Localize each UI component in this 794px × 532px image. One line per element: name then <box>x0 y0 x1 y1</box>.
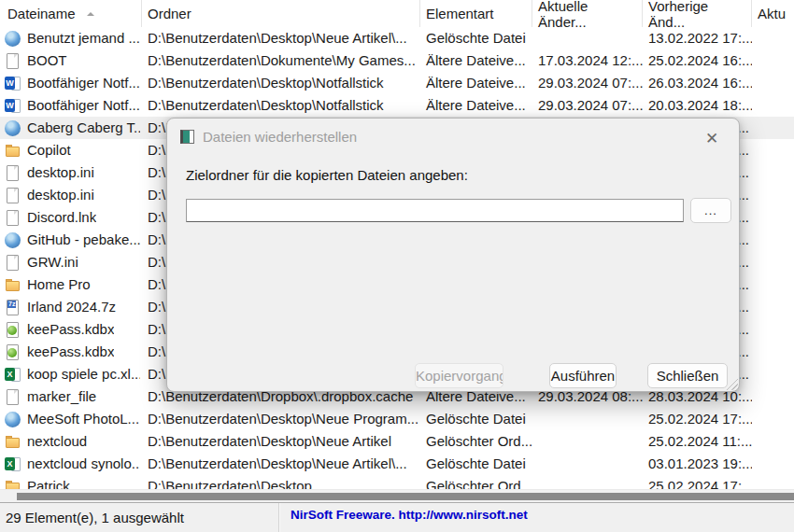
file-name-cell: Patrick <box>0 475 142 489</box>
nirsoft-link[interactable]: NirSoft Freeware. http://www.nirsoft.net <box>279 503 528 532</box>
folder-path: D:\Benutzerdaten\Desktop\Notfallstick <box>142 94 420 117</box>
extra-cell <box>752 206 794 229</box>
file-name-cell: Bootfähiger Notf... <box>0 72 142 94</box>
extra-cell <box>752 296 794 318</box>
table-row[interactable]: Bootfähiger Notf...D:\Benutzerdaten\Desk… <box>0 94 794 117</box>
file-name-cell: nextcloud <box>0 430 142 453</box>
column-label: Aktu <box>758 6 786 21</box>
extra-cell <box>752 318 794 341</box>
table-row[interactable]: nextcloud synolo...D:\Benutzerdaten\Desk… <box>0 453 794 475</box>
file-icon <box>5 389 21 405</box>
app-window: DateinameOrdnerElementartAktuelle Änder.… <box>0 0 794 532</box>
globe-icon <box>5 412 21 427</box>
excel-icon <box>5 367 21 383</box>
file-name: Discord.lnk <box>27 206 96 229</box>
folder-icon <box>5 143 21 159</box>
file-name-cell: GRW.ini <box>0 251 142 273</box>
extra-cell <box>752 184 794 206</box>
file-name: GitHub - pebake... <box>27 229 140 251</box>
target-folder-input[interactable] <box>186 199 684 222</box>
file-name: desktop.ini <box>27 184 94 206</box>
scrollbar-thumb[interactable] <box>17 493 794 500</box>
item-type: Gelöschte Datei <box>420 408 532 430</box>
status-bar: 29 Element(e), 1 ausgewählt NirSoft Free… <box>0 502 794 532</box>
extra-cell <box>752 251 794 273</box>
column-header-art[interactable]: Elementart <box>420 0 532 27</box>
file-name: BOOT <box>27 49 67 72</box>
close-icon[interactable]: ✕ <box>696 126 728 150</box>
current-modified-date <box>532 27 643 49</box>
file-name: Copilot <box>27 139 71 161</box>
dialog-titlebar[interactable]: Dateien wiederherstellen ✕ <box>167 119 739 154</box>
extra-cell <box>752 27 794 49</box>
cancel-copy-button: Kopiervorgang abbrechen <box>415 363 503 388</box>
file-name-cell: keePass.kdbx <box>0 341 142 363</box>
current-modified-date: 17.03.2024 12:... <box>532 49 643 72</box>
file-name: keePass.kdbx <box>27 341 114 363</box>
browse-button[interactable]: ... <box>690 198 731 223</box>
table-row[interactable]: Benutzt jemand ...D:\Benutzerdaten\Deskt… <box>0 27 794 49</box>
status-count: 29 Element(e), 1 ausgewählt <box>0 503 278 532</box>
folder-path: D:\Benutzerdaten\Desktop\Neue Program... <box>142 408 420 430</box>
file-icon <box>5 53 21 69</box>
file-name: Patrick <box>27 475 70 489</box>
column-label: Ordner <box>148 6 191 21</box>
previous-modified-date: 13.02.2022 17:... <box>643 27 752 49</box>
column-header-vorh[interactable]: Vorherige Änd... <box>643 0 752 27</box>
file-name: GRW.ini <box>27 251 78 273</box>
column-header-akt[interactable]: Aktuelle Änder... <box>532 0 643 27</box>
keepass-icon <box>5 322 21 338</box>
item-type: Gelöschter Ord... <box>420 475 532 489</box>
globe-icon <box>5 31 21 47</box>
file-name-cell: Bootfähiger Notf... <box>0 94 142 117</box>
table-row[interactable]: PatrickD:\Benutzerdaten\DesktopGelöschte… <box>0 475 794 489</box>
file-name: keePass.kdbx <box>27 318 114 341</box>
file-icon <box>5 255 21 271</box>
sort-ascending-icon <box>87 12 94 16</box>
file-name-cell: BOOT <box>0 49 142 72</box>
file-name-cell: GitHub - pebake... <box>0 229 142 251</box>
extra-cell <box>752 161 794 184</box>
file-name-cell: Benutzt jemand ... <box>0 27 142 49</box>
extra-cell <box>752 385 794 408</box>
folder-icon <box>5 479 21 490</box>
horizontal-scrollbar[interactable] <box>0 489 794 502</box>
file-icon <box>5 188 21 203</box>
previous-modified-date: 25.02.2024 17:... <box>643 475 752 489</box>
current-modified-date <box>532 430 643 453</box>
extra-cell <box>752 229 794 251</box>
item-type: Ältere Dateive... <box>420 72 532 94</box>
file-name-cell: nextcloud synolo... <box>0 453 142 475</box>
excel-icon <box>5 456 21 472</box>
table-row[interactable]: nextcloudD:\Benutzerdaten\Desktop\Neue A… <box>0 430 794 453</box>
column-header-ordner[interactable]: Ordner <box>142 0 420 27</box>
item-type: Gelöschte Datei <box>420 453 532 475</box>
current-modified-date: 29.03.2024 07:... <box>532 94 643 117</box>
file-name: nextcloud synolo... <box>27 453 140 475</box>
table-row[interactable]: MeeSoft PhotoL...D:\Benutzerdaten\Deskto… <box>0 408 794 430</box>
table-row[interactable]: Bootfähiger Notf...D:\Benutzerdaten\Desk… <box>0 72 794 94</box>
previous-modified-date: 25.02.2024 17:... <box>643 408 752 430</box>
column-label: Vorherige Änd... <box>648 0 745 30</box>
column-label: Dateiname <box>7 6 76 21</box>
item-type: Gelöschter Ord... <box>420 430 532 453</box>
extra-cell <box>752 139 794 161</box>
extra-cell <box>752 49 794 72</box>
previous-modified-date: 25.02.2024 11:... <box>643 430 752 453</box>
file-name-cell: MeeSoft PhotoL... <box>0 408 142 430</box>
close-button[interactable]: Schließen <box>647 363 728 388</box>
file-name: Bootfähiger Notf... <box>27 72 140 94</box>
table-row[interactable]: BOOTD:\Benutzerdaten\Dokumente\My Games.… <box>0 49 794 72</box>
column-header-name[interactable]: Dateiname <box>0 0 142 27</box>
file-name-cell: Caberg Caberg T... <box>0 117 142 139</box>
file-name: Home Pro <box>27 273 91 296</box>
current-modified-date <box>532 475 643 489</box>
file-name: desktop.ini <box>27 161 94 184</box>
folder-path: D:\Benutzerdaten\Desktop <box>142 475 420 489</box>
file-name-cell: Irland 2024.7z <box>0 296 142 318</box>
dialog-title: Dateien wiederherstellen <box>203 129 357 145</box>
column-header-aktu[interactable]: Aktu <box>752 0 794 27</box>
run-button[interactable]: Ausführen <box>549 363 617 388</box>
folder-path: D:\Benutzerdaten\Desktop\Neue Artikel <box>142 430 420 453</box>
current-modified-date <box>532 408 643 430</box>
